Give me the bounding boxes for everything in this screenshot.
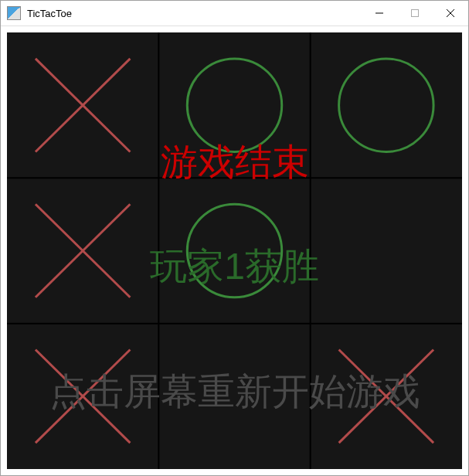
svg-rect-1 <box>412 10 419 17</box>
svg-line-2 <box>447 9 454 17</box>
app-window: TicTacToe 游戏结束 玩家1获胜 点击屏幕重新开始游戏 <box>0 0 469 476</box>
window-controls <box>362 1 468 26</box>
game-canvas[interactable]: 游戏结束 玩家1获胜 点击屏幕重新开始游戏 <box>7 32 462 469</box>
maximize-button[interactable] <box>397 1 433 26</box>
app-icon <box>7 6 21 20</box>
board-svg <box>7 32 462 469</box>
titlebar: TicTacToe <box>1 1 468 26</box>
minimize-button[interactable] <box>362 1 397 26</box>
svg-line-3 <box>447 9 454 17</box>
close-button[interactable] <box>433 1 468 26</box>
window-title: TicTacToe <box>27 8 362 19</box>
